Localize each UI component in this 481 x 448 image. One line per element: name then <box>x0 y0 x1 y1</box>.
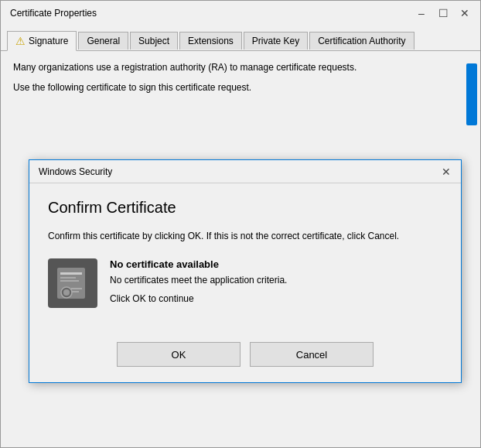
svg-rect-7 <box>71 291 79 292</box>
svg-rect-3 <box>60 280 79 282</box>
tab-subject-label: Subject <box>138 36 169 46</box>
maximize-button[interactable]: ☐ <box>434 5 452 21</box>
warning-icon: ⚠ <box>15 35 26 47</box>
cancel-button[interactable]: Cancel <box>250 342 374 367</box>
tab-signature[interactable]: ⚠ Signature <box>7 31 77 51</box>
svg-rect-1 <box>60 272 82 275</box>
tab-certauth-label: Certification Authority <box>318 36 405 46</box>
svg-rect-6 <box>71 288 82 289</box>
dialog-close-button[interactable]: ✕ <box>438 163 455 180</box>
close-button[interactable]: ✕ <box>455 5 474 21</box>
info-text-1: Many organizations use a registration au… <box>13 60 468 74</box>
scroll-bar[interactable] <box>466 63 477 125</box>
tab-signature-label: Signature <box>29 36 68 46</box>
tab-general[interactable]: General <box>78 32 128 50</box>
svg-rect-2 <box>60 277 76 279</box>
criteria-text: No certificates meet the application cri… <box>110 275 287 286</box>
minimize-button[interactable]: – <box>412 5 431 21</box>
svg-point-5 <box>63 289 70 296</box>
cert-info-row: No certificate available No certificates… <box>48 258 442 308</box>
tab-privatekey[interactable]: Private Key <box>244 32 308 50</box>
dialog-buttons: OK Cancel <box>29 333 461 382</box>
tab-privatekey-label: Private Key <box>252 36 299 46</box>
dialog-content: Confirm Certificate Confirm this certifi… <box>29 183 461 333</box>
no-cert-label: No certificate available <box>110 258 287 270</box>
tab-extensions[interactable]: Extensions <box>179 32 242 50</box>
cert-svg <box>54 265 91 302</box>
cert-properties-window: Certificate Properties – ☐ ✕ ⚠ Signature… <box>0 0 481 448</box>
content-area: Many organizations use a registration au… <box>1 50 480 447</box>
windows-security-dialog: Windows Security ✕ Confirm Certificate C… <box>29 159 462 383</box>
dialog-title-bar: Windows Security ✕ <box>29 160 461 183</box>
title-bar: Certificate Properties – ☐ ✕ <box>1 1 480 26</box>
tab-certauth[interactable]: Certification Authority <box>309 32 414 50</box>
tab-subject[interactable]: Subject <box>130 32 178 50</box>
dialog-title: Windows Security <box>39 166 112 177</box>
dialog-heading: Confirm Certificate <box>48 199 442 217</box>
dialog-body-text: Confirm this certificate by clicking OK.… <box>48 229 442 243</box>
tab-extensions-label: Extensions <box>188 36 234 46</box>
window-title: Certificate Properties <box>10 8 97 19</box>
click-ok-text: Click OK to continue <box>110 293 287 304</box>
info-text-2: Use the following certificate to sign th… <box>13 80 468 94</box>
tab-bar: ⚠ Signature General Subject Extensions P… <box>1 26 480 50</box>
tab-general-label: General <box>87 36 120 46</box>
ok-button[interactable]: OK <box>117 342 240 367</box>
cert-text-group: No certificate available No certificates… <box>110 258 287 304</box>
title-bar-controls: – ☐ ✕ <box>412 5 474 21</box>
certificate-icon <box>48 258 97 308</box>
